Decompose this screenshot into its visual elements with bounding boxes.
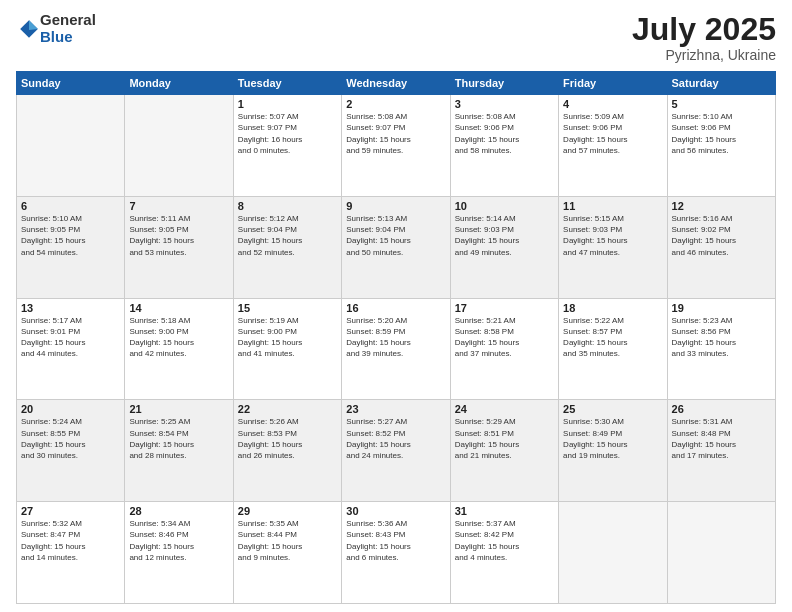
day-number: 13 <box>21 302 120 314</box>
day-info: Sunrise: 5:24 AMSunset: 8:55 PMDaylight:… <box>21 416 120 461</box>
day-number: 9 <box>346 200 445 212</box>
day-number: 7 <box>129 200 228 212</box>
calendar-week-row: 1Sunrise: 5:07 AMSunset: 9:07 PMDaylight… <box>17 95 776 197</box>
table-row: 31Sunrise: 5:37 AMSunset: 8:42 PMDayligh… <box>450 502 558 604</box>
day-info: Sunrise: 5:32 AMSunset: 8:47 PMDaylight:… <box>21 518 120 563</box>
day-number: 18 <box>563 302 662 314</box>
day-info: Sunrise: 5:12 AMSunset: 9:04 PMDaylight:… <box>238 213 337 258</box>
table-row: 18Sunrise: 5:22 AMSunset: 8:57 PMDayligh… <box>559 298 667 400</box>
day-info: Sunrise: 5:07 AMSunset: 9:07 PMDaylight:… <box>238 111 337 156</box>
table-row: 19Sunrise: 5:23 AMSunset: 8:56 PMDayligh… <box>667 298 775 400</box>
day-info: Sunrise: 5:10 AMSunset: 9:05 PMDaylight:… <box>21 213 120 258</box>
day-number: 12 <box>672 200 771 212</box>
day-number: 8 <box>238 200 337 212</box>
day-info: Sunrise: 5:14 AMSunset: 9:03 PMDaylight:… <box>455 213 554 258</box>
table-row: 12Sunrise: 5:16 AMSunset: 9:02 PMDayligh… <box>667 196 775 298</box>
table-row: 23Sunrise: 5:27 AMSunset: 8:52 PMDayligh… <box>342 400 450 502</box>
day-number: 27 <box>21 505 120 517</box>
table-row: 14Sunrise: 5:18 AMSunset: 9:00 PMDayligh… <box>125 298 233 400</box>
calendar: Sunday Monday Tuesday Wednesday Thursday… <box>16 71 776 604</box>
day-number: 1 <box>238 98 337 110</box>
calendar-header-row: Sunday Monday Tuesday Wednesday Thursday… <box>17 72 776 95</box>
col-monday: Monday <box>125 72 233 95</box>
col-tuesday: Tuesday <box>233 72 341 95</box>
day-number: 16 <box>346 302 445 314</box>
table-row: 8Sunrise: 5:12 AMSunset: 9:04 PMDaylight… <box>233 196 341 298</box>
table-row <box>667 502 775 604</box>
logo-text: General Blue <box>40 12 96 45</box>
svg-marker-1 <box>29 20 38 30</box>
day-info: Sunrise: 5:20 AMSunset: 8:59 PMDaylight:… <box>346 315 445 360</box>
calendar-week-row: 27Sunrise: 5:32 AMSunset: 8:47 PMDayligh… <box>17 502 776 604</box>
day-number: 10 <box>455 200 554 212</box>
table-row: 17Sunrise: 5:21 AMSunset: 8:58 PMDayligh… <box>450 298 558 400</box>
day-info: Sunrise: 5:13 AMSunset: 9:04 PMDaylight:… <box>346 213 445 258</box>
day-info: Sunrise: 5:08 AMSunset: 9:07 PMDaylight:… <box>346 111 445 156</box>
logo-icon <box>18 18 40 40</box>
day-number: 30 <box>346 505 445 517</box>
day-info: Sunrise: 5:11 AMSunset: 9:05 PMDaylight:… <box>129 213 228 258</box>
day-info: Sunrise: 5:36 AMSunset: 8:43 PMDaylight:… <box>346 518 445 563</box>
day-number: 3 <box>455 98 554 110</box>
day-number: 29 <box>238 505 337 517</box>
day-number: 4 <box>563 98 662 110</box>
table-row: 11Sunrise: 5:15 AMSunset: 9:03 PMDayligh… <box>559 196 667 298</box>
logo: General Blue <box>16 12 96 45</box>
day-info: Sunrise: 5:34 AMSunset: 8:46 PMDaylight:… <box>129 518 228 563</box>
month-title: July 2025 <box>632 12 776 47</box>
table-row: 26Sunrise: 5:31 AMSunset: 8:48 PMDayligh… <box>667 400 775 502</box>
logo-blue-text: Blue <box>40 29 96 46</box>
day-info: Sunrise: 5:18 AMSunset: 9:00 PMDaylight:… <box>129 315 228 360</box>
table-row: 5Sunrise: 5:10 AMSunset: 9:06 PMDaylight… <box>667 95 775 197</box>
table-row: 21Sunrise: 5:25 AMSunset: 8:54 PMDayligh… <box>125 400 233 502</box>
table-row: 15Sunrise: 5:19 AMSunset: 9:00 PMDayligh… <box>233 298 341 400</box>
logo-general-text: General <box>40 12 96 29</box>
table-row: 9Sunrise: 5:13 AMSunset: 9:04 PMDaylight… <box>342 196 450 298</box>
day-info: Sunrise: 5:37 AMSunset: 8:42 PMDaylight:… <box>455 518 554 563</box>
table-row <box>125 95 233 197</box>
day-info: Sunrise: 5:17 AMSunset: 9:01 PMDaylight:… <box>21 315 120 360</box>
day-info: Sunrise: 5:19 AMSunset: 9:00 PMDaylight:… <box>238 315 337 360</box>
col-thursday: Thursday <box>450 72 558 95</box>
table-row: 27Sunrise: 5:32 AMSunset: 8:47 PMDayligh… <box>17 502 125 604</box>
day-number: 17 <box>455 302 554 314</box>
col-sunday: Sunday <box>17 72 125 95</box>
table-row <box>17 95 125 197</box>
title-block: July 2025 Pyrizhna, Ukraine <box>632 12 776 63</box>
day-number: 21 <box>129 403 228 415</box>
col-friday: Friday <box>559 72 667 95</box>
col-wednesday: Wednesday <box>342 72 450 95</box>
day-number: 11 <box>563 200 662 212</box>
table-row: 30Sunrise: 5:36 AMSunset: 8:43 PMDayligh… <box>342 502 450 604</box>
table-row: 24Sunrise: 5:29 AMSunset: 8:51 PMDayligh… <box>450 400 558 502</box>
table-row: 29Sunrise: 5:35 AMSunset: 8:44 PMDayligh… <box>233 502 341 604</box>
calendar-week-row: 6Sunrise: 5:10 AMSunset: 9:05 PMDaylight… <box>17 196 776 298</box>
table-row: 13Sunrise: 5:17 AMSunset: 9:01 PMDayligh… <box>17 298 125 400</box>
day-info: Sunrise: 5:22 AMSunset: 8:57 PMDaylight:… <box>563 315 662 360</box>
table-row: 16Sunrise: 5:20 AMSunset: 8:59 PMDayligh… <box>342 298 450 400</box>
day-number: 25 <box>563 403 662 415</box>
day-number: 20 <box>21 403 120 415</box>
day-info: Sunrise: 5:09 AMSunset: 9:06 PMDaylight:… <box>563 111 662 156</box>
table-row: 20Sunrise: 5:24 AMSunset: 8:55 PMDayligh… <box>17 400 125 502</box>
day-info: Sunrise: 5:23 AMSunset: 8:56 PMDaylight:… <box>672 315 771 360</box>
day-info: Sunrise: 5:08 AMSunset: 9:06 PMDaylight:… <box>455 111 554 156</box>
day-number: 15 <box>238 302 337 314</box>
day-number: 31 <box>455 505 554 517</box>
col-saturday: Saturday <box>667 72 775 95</box>
day-info: Sunrise: 5:31 AMSunset: 8:48 PMDaylight:… <box>672 416 771 461</box>
day-info: Sunrise: 5:26 AMSunset: 8:53 PMDaylight:… <box>238 416 337 461</box>
table-row: 22Sunrise: 5:26 AMSunset: 8:53 PMDayligh… <box>233 400 341 502</box>
location-title: Pyrizhna, Ukraine <box>632 47 776 63</box>
page: General Blue July 2025 Pyrizhna, Ukraine… <box>0 0 792 612</box>
day-info: Sunrise: 5:25 AMSunset: 8:54 PMDaylight:… <box>129 416 228 461</box>
calendar-week-row: 20Sunrise: 5:24 AMSunset: 8:55 PMDayligh… <box>17 400 776 502</box>
table-row: 6Sunrise: 5:10 AMSunset: 9:05 PMDaylight… <box>17 196 125 298</box>
day-number: 24 <box>455 403 554 415</box>
day-info: Sunrise: 5:10 AMSunset: 9:06 PMDaylight:… <box>672 111 771 156</box>
table-row: 7Sunrise: 5:11 AMSunset: 9:05 PMDaylight… <box>125 196 233 298</box>
table-row: 25Sunrise: 5:30 AMSunset: 8:49 PMDayligh… <box>559 400 667 502</box>
table-row <box>559 502 667 604</box>
day-number: 2 <box>346 98 445 110</box>
day-number: 26 <box>672 403 771 415</box>
